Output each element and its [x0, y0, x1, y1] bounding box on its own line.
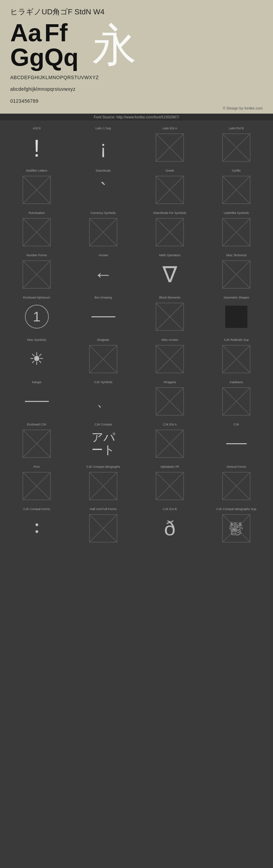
glyph-cell-23: CJK Radicals Sup: [203, 335, 270, 378]
glyph-label-10: Diacriticals For Symbols: [153, 211, 186, 215]
glyph-cell-1: Latin 1 Sup¡: [70, 124, 136, 166]
source-bar: Font Source: http://www.fontke.com/font/…: [0, 114, 273, 120]
glyph-cell-33: CJK Compat Ideographs: [70, 462, 136, 505]
glyph-preview-16: 1: [21, 301, 52, 332]
glyph-label-16: Enclosed Alphanum: [23, 296, 51, 299]
glyph-label-20: Misc Symbols: [27, 338, 46, 342]
alphabet-lower: abcdefghijklmnopqrstuvwxyz: [10, 85, 263, 93]
glyph-cell-36: CJK Compat Forms: [3, 505, 70, 547]
digits: 0123456789: [10, 97, 263, 105]
alphabet-upper: ABCDEFGHIJKLMNOPQRSTUVWXYZ: [10, 74, 263, 81]
glyph-cell-18: Block Elements: [136, 293, 203, 335]
copyright: © Design by fontke.com: [10, 106, 263, 110]
glyph-label-14: Math Operators: [159, 254, 181, 257]
glyph-cell-4: Modifier Letters: [3, 166, 70, 208]
glyph-preview-27: [221, 386, 252, 417]
glyph-preview-33: [88, 471, 119, 501]
glyph-preview-3: [221, 132, 252, 163]
glyph-label-21: Dingbats: [97, 338, 110, 342]
glyph-preview-15: [221, 259, 252, 290]
glyph-cell-15: Misc Technical: [203, 251, 270, 293]
glyph-cell-22: Misc Arrows: [136, 335, 203, 378]
glyph-preview-23: [221, 344, 252, 374]
glyph-label-36: CJK Compat Forms: [23, 507, 50, 511]
glyph-cell-29: CJK Compatアパート: [70, 420, 136, 462]
glyph-cell-35: Vertical Forms: [203, 462, 270, 505]
glyph-label-32: PUA: [33, 465, 40, 468]
glyph-preview-2: [155, 132, 185, 163]
glyph-preview-5: `: [88, 174, 119, 205]
glyph-preview-26: [155, 386, 185, 417]
glyph-preview-34: [155, 471, 185, 501]
glyph-label-33: CJK Compat Ideographs: [86, 465, 120, 468]
header-section: ヒラギノUD角ゴF StdN W4 Aa Ff Gg Qq 永 ABCDEFGH…: [0, 0, 273, 114]
glyph-cell-7: Cyrillic: [203, 166, 270, 208]
glyph-cell-20: Misc Symbols☀: [3, 335, 70, 378]
glyph-cell-26: Hiragana: [136, 378, 203, 420]
char-Qq: Qq: [44, 45, 78, 70]
char-Ff: Ff: [44, 20, 78, 45]
glyph-preview-25: 、: [88, 386, 119, 417]
glyph-preview-21: [88, 344, 119, 374]
glyph-cell-32: PUA: [3, 462, 70, 505]
glyph-preview-39: 鬱: [221, 513, 252, 544]
glyph-label-23: CJK Radicals Sup: [224, 338, 249, 342]
glyph-preview-29: アパート: [88, 428, 119, 459]
kanji-preview: 永: [92, 23, 136, 67]
glyph-cell-31: CJK: [203, 420, 270, 462]
glyph-preview-14: ∇: [155, 259, 185, 290]
glyph-cell-19: Geometric Shapes: [203, 293, 270, 335]
glyph-cell-8: Punctuation: [3, 208, 70, 251]
glyph-cell-30: CJK Ext A: [136, 420, 203, 462]
glyph-label-29: CJK Compat: [95, 423, 112, 426]
font-title: ヒラギノUD角ゴF StdN W4: [10, 7, 263, 17]
glyph-preview-17: [88, 301, 119, 332]
glyph-preview-22: [155, 344, 185, 374]
glyph-cell-11: Letterlike Symbols: [203, 208, 270, 251]
glyph-cell-28: Enclosed CJK: [3, 420, 70, 462]
glyph-preview-6: [155, 174, 185, 205]
glyph-label-8: Punctuation: [29, 211, 45, 215]
glyph-label-11: Letterlike Symbols: [224, 211, 249, 215]
glyph-label-39: CJK Compat Ideographs Sup: [216, 507, 256, 511]
glyph-preview-11: [221, 217, 252, 247]
glyph-preview-19: [221, 301, 252, 332]
glyph-cell-27: Katakana: [203, 378, 270, 420]
glyph-label-28: Enclosed CJK: [27, 423, 46, 426]
glyph-cell-25: CJK Symbols、: [70, 378, 136, 420]
glyph-label-31: CJK: [233, 423, 239, 426]
glyph-preview-1: ¡: [88, 132, 119, 163]
glyph-preview-7: [221, 174, 252, 205]
glyph-preview-32: [21, 471, 52, 501]
glyph-label-25: CJK Symbols: [94, 380, 112, 384]
glyph-label-24: Kangxi: [32, 380, 42, 384]
glyph-cell-39: CJK Compat Ideographs Sup鬱: [203, 505, 270, 547]
glyph-cell-9: Currency Symbols: [70, 208, 136, 251]
glyph-label-6: Greek: [166, 169, 174, 172]
glyph-label-22: Misc Arrows: [161, 338, 178, 342]
glyph-cell-3: Latin Ext B: [203, 124, 270, 166]
glyph-label-12: Number Forms: [26, 254, 47, 257]
glyph-cell-6: Greek: [136, 166, 203, 208]
glyph-label-34: Alphabetic PF: [160, 465, 179, 468]
glyph-label-2: Latin Ext A: [162, 127, 177, 130]
glyph-preview-0: !: [21, 132, 52, 163]
glyph-preview-37: [88, 513, 119, 544]
glyph-cell-37: Half And Full Forms: [70, 505, 136, 547]
char-Aa: Aa: [10, 20, 44, 45]
glyph-cell-24: Kangxi: [3, 378, 70, 420]
glyph-cell-14: Math Operators∇: [136, 251, 203, 293]
glyph-preview-13: ←: [88, 259, 119, 290]
glyph-cell-17: Box Drawing: [70, 293, 136, 335]
glyph-label-3: Latin Ext B: [229, 127, 244, 130]
glyph-label-19: Geometric Shapes: [224, 296, 249, 299]
glyph-label-13: Arrows: [98, 254, 108, 257]
glyph-label-0: ASCII: [33, 127, 41, 130]
svg-text:鬱: 鬱: [229, 521, 243, 537]
font-preview-large: Aa Ff Gg Qq 永: [10, 20, 263, 70]
glyph-cell-13: Arrows←: [70, 251, 136, 293]
glyph-cell-5: Diacriticals`: [70, 166, 136, 208]
glyph-cell-0: ASCII!: [3, 124, 70, 166]
glyph-preview-38: ð: [155, 513, 185, 544]
glyph-cell-34: Alphabetic PF: [136, 462, 203, 505]
